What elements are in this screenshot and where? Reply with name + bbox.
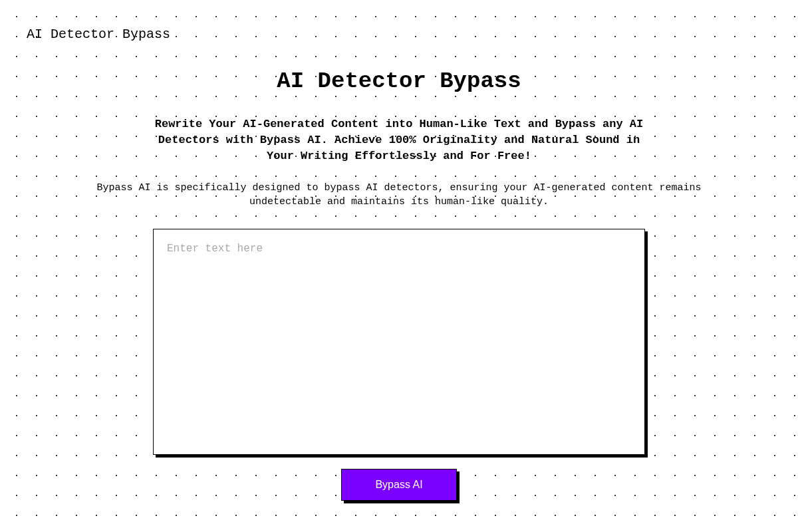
main-content: AI Detector Bypass Rewrite Your AI-Gener… (0, 55, 798, 514)
textarea-container (153, 229, 645, 458)
text-input[interactable] (153, 229, 645, 455)
page-title: AI Detector Bypass (27, 68, 771, 94)
button-container: Bypass AI (27, 469, 771, 501)
bypass-button[interactable]: Bypass AI (341, 469, 456, 501)
header: AI Detector Bypass (0, 0, 798, 55)
page-subtitle: Rewrite Your AI-Generated Content into H… (146, 116, 652, 164)
page-description: Bypass AI is specifically designed to by… (66, 181, 732, 209)
brand-title: AI Detector Bypass (27, 27, 771, 42)
